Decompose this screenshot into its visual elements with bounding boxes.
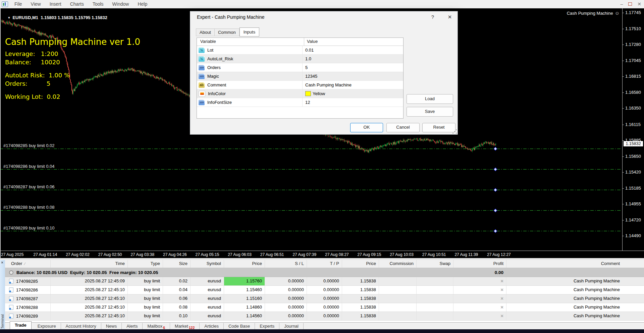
minimize-icon[interactable]: – xyxy=(620,2,623,6)
param-row[interactable]: ½Lot0.01 xyxy=(197,46,403,55)
col-header-price2[interactable]: Price xyxy=(342,260,379,268)
tab-inputs[interactable]: Inputs xyxy=(239,27,259,37)
time-axis-label: 27 Aug 02:02 xyxy=(66,252,90,257)
terminal-tab-news[interactable]: News xyxy=(101,323,122,330)
order-diamond-marker[interactable] xyxy=(494,188,497,192)
ea-overlay-line: Orders: 5 xyxy=(5,79,140,88)
terminal-tab-exposure[interactable]: Exposure xyxy=(33,323,61,330)
reset-button[interactable]: Reset xyxy=(422,123,455,132)
order-diamond-marker[interactable] xyxy=(494,209,497,212)
terminal-tab-mailbox[interactable]: Mailbox6 xyxy=(143,323,170,330)
terminal-tab-journal[interactable]: Journal xyxy=(279,323,304,330)
param-name: InfoColor xyxy=(208,91,226,96)
col-header-sl[interactable]: S / L xyxy=(265,260,307,268)
menu-window[interactable]: Window xyxy=(108,0,133,8)
price-tick-label: 1.17280 xyxy=(625,42,641,47)
time-axis-label: 27 Aug 07:39 xyxy=(292,252,316,257)
load-button[interactable]: Load xyxy=(407,94,453,104)
dialog-close-icon[interactable]: ✕ xyxy=(446,14,454,20)
order-comment: Cash Pumping Machine xyxy=(506,312,644,320)
param-row[interactable]: InfoColorYellow xyxy=(197,89,403,98)
menu-help[interactable]: Help xyxy=(133,0,152,8)
param-value[interactable]: 0.01 xyxy=(303,46,403,54)
order-row[interactable]: 1740982862025.08.27 12:45:10buy limit0.0… xyxy=(5,286,644,294)
save-button[interactable]: Save xyxy=(407,107,453,117)
menu-insert[interactable]: Insert xyxy=(45,0,66,8)
order-row[interactable]: 1740982852025.08.27 12:45:09buy limit0.0… xyxy=(5,277,644,286)
order-id: 174098287 xyxy=(16,295,38,303)
resize-grip[interactable] xyxy=(454,131,455,132)
order-id-cell: 174098288 xyxy=(5,303,50,312)
restore-icon[interactable] xyxy=(628,2,632,6)
time-axis[interactable]: 27 Aug 202527 Aug 01:1427 Aug 02:0227 Au… xyxy=(0,251,644,258)
delete-order-button[interactable]: × xyxy=(500,287,503,292)
time-axis-label: 27 Aug 11:39 xyxy=(454,252,478,257)
terminal-panel: × Terminal Order∕TimeTypeSizeSymbolPrice… xyxy=(0,260,644,333)
col-header-price[interactable]: Price xyxy=(224,260,265,268)
col-header-profit[interactable]: Profit xyxy=(453,260,506,268)
param-row[interactable]: 123Orders5 xyxy=(197,63,403,72)
order-diamond-marker[interactable] xyxy=(494,229,497,233)
smiley-icon: ☺ xyxy=(615,10,620,16)
price-tick-label: 1.14490 xyxy=(625,233,641,238)
delete-order-button[interactable]: × xyxy=(500,278,503,284)
order-doc-icon xyxy=(9,296,13,301)
param-row[interactable]: 123InfoFontSize12 xyxy=(197,98,403,107)
param-value[interactable]: Cash Pumping Machine xyxy=(303,81,403,89)
param-value[interactable]: 12 xyxy=(303,98,403,107)
ea-overlay-line: Balance: 10020 xyxy=(5,58,140,66)
order-profit-cell: × xyxy=(453,294,506,303)
terminal-tab-articles[interactable]: Articles xyxy=(200,323,224,330)
dialog-help-button[interactable]: ? xyxy=(429,14,436,20)
param-row[interactable]: ½AutoLot_Risk1.0 xyxy=(197,55,403,63)
tab-common[interactable]: Common xyxy=(215,28,239,36)
terminal-tab-experts[interactable]: Experts xyxy=(255,323,279,330)
order-row[interactable]: 1740982872025.08.27 12:45:10buy limit0.0… xyxy=(5,294,644,303)
terminal-tab-trade[interactable]: Trade xyxy=(10,321,32,330)
col-header-swap[interactable]: Swap xyxy=(416,260,453,268)
menu-view[interactable]: View xyxy=(26,0,45,8)
price-axis[interactable]: 1.15832 1.177451.175101.172801.170451.16… xyxy=(622,8,644,251)
order-diamond-marker[interactable] xyxy=(494,147,497,150)
window-left-edge xyxy=(0,8,1,258)
col-header-tp[interactable]: T / P xyxy=(307,260,342,268)
delete-order-button[interactable]: × xyxy=(500,304,503,310)
param-value[interactable]: 5 xyxy=(303,63,403,72)
param-value[interactable]: 12345 xyxy=(303,72,403,80)
col-header-type[interactable]: Type xyxy=(127,260,163,268)
menu-file[interactable]: File xyxy=(10,0,26,8)
order-sl: 0.00000 xyxy=(265,286,307,294)
price-tick-mark xyxy=(623,172,624,173)
close-icon[interactable]: ✕ xyxy=(637,2,641,6)
terminal-tab-market[interactable]: Market122 xyxy=(170,323,200,330)
col-header-commission[interactable]: Commission xyxy=(379,260,416,268)
terminal-tab-code-base[interactable]: Code Base xyxy=(224,323,255,330)
param-row[interactable]: abCommentCash Pumping Machine xyxy=(197,81,403,89)
cancel-button[interactable]: Cancel xyxy=(386,123,420,132)
param-value[interactable]: Yellow xyxy=(303,89,403,98)
param-row[interactable]: 123Magic12345 xyxy=(197,72,403,81)
col-header-symbol[interactable]: Symbol xyxy=(190,260,224,268)
tab-about[interactable]: About xyxy=(196,28,215,36)
order-row[interactable]: 1740982882025.08.27 12:45:10buy limit0.0… xyxy=(5,303,644,312)
param-value[interactable]: 1.0 xyxy=(303,55,403,63)
order-diamond-marker[interactable] xyxy=(494,168,497,171)
delete-order-button[interactable]: × xyxy=(500,313,503,319)
col-header-comment[interactable]: Comment xyxy=(506,260,644,268)
col-header-order[interactable]: Order∕ xyxy=(5,260,50,268)
order-row[interactable]: 1740982892025.08.27 12:45:10buy limit0.1… xyxy=(5,312,644,321)
ea-overlay-line: AutoLot Risk: 1.00 % xyxy=(5,71,140,79)
menu-charts[interactable]: Charts xyxy=(66,0,88,8)
terminal-tab-account-history[interactable]: Account History xyxy=(61,323,101,330)
time-axis-label: 27 Aug 10:03 xyxy=(390,252,414,257)
symbol-dropdown-icon[interactable]: ▼ xyxy=(7,16,10,19)
ok-button[interactable]: OK xyxy=(350,123,383,132)
delete-order-button[interactable]: × xyxy=(500,295,503,301)
menu-tools[interactable]: Tools xyxy=(88,0,108,8)
terminal-tab-alerts[interactable]: Alerts xyxy=(122,323,143,330)
param-name-cell: ½Lot xyxy=(197,46,303,54)
ea-badge: Cash Pumping Machine ☺ xyxy=(567,10,620,16)
col-header-size[interactable]: Size xyxy=(163,260,190,268)
col-header-time[interactable]: Time xyxy=(50,260,127,268)
terminal-close-icon[interactable]: × xyxy=(1,261,3,265)
